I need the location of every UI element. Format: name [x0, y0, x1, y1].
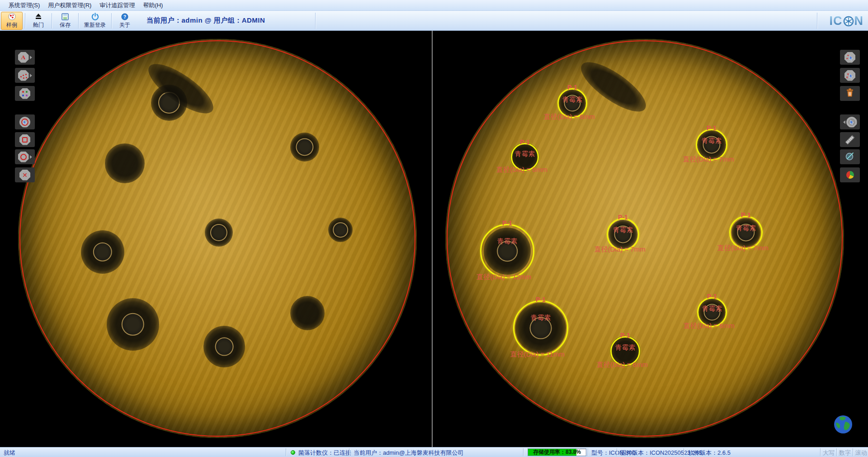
annotation-diameter: 直径(Dia) = 7mm	[594, 245, 646, 254]
measurement-annotation[interactable]: P-1青霉素直径(Dia) = 6mm	[697, 297, 727, 327]
caps-lock-indicator: 大写	[823, 449, 835, 457]
toolbar-divider	[315, 13, 316, 29]
toolbar-separator	[25, 13, 25, 29]
measurement-annotation[interactable]: P-1青霉素直径(Dia) = 6mm	[610, 336, 640, 366]
menu-item-2[interactable]: 审计追踪管理	[95, 0, 139, 10]
status-separator	[349, 448, 349, 456]
circle-region-icon	[18, 152, 29, 162]
draw-diameter-icon	[845, 152, 854, 162]
about-icon: ?	[121, 13, 128, 21]
tool-color-classify-button[interactable]	[15, 86, 35, 101]
measurement-annotation[interactable]: P-1青霉素直径(Dia) = 6mm	[557, 88, 587, 118]
measurement-annotation[interactable]: P-1青霉素直径(Dia) = 7mm	[696, 129, 727, 161]
measurement-annotation[interactable]: P-1青霉素直径(Dia) = 12mm	[480, 224, 534, 278]
annotation-drug: 青霉素	[513, 314, 568, 322]
square-region-icon	[19, 134, 30, 145]
toolbar-button-door[interactable]: 舱门	[28, 12, 49, 30]
eject-icon	[35, 13, 42, 21]
annotation-drug: 青霉素	[511, 150, 539, 158]
annotation-id: P-1	[729, 211, 763, 219]
measurement-annotation[interactable]: P-1青霉素直径(Dia) = 7mm	[607, 218, 639, 251]
status-device: 菌落计数仪：已连接	[298, 449, 351, 457]
storage-usage-gauge: 存储使用率：83.8%	[528, 448, 586, 456]
annotation-id: P-1	[480, 219, 534, 227]
toolbar-button-relogin[interactable]: 重新登录	[81, 12, 109, 30]
status-separator	[820, 448, 821, 456]
toolbar-divider	[817, 13, 817, 29]
status-bar: 就绪 菌落计数仪：已连接 当前用户：admin@上海磐麦科技有限公司 存储使用率…	[0, 447, 868, 457]
zone-circle	[513, 300, 568, 356]
menu-item-0[interactable]: 系统管理(S)	[5, 0, 44, 10]
annotation-id: P-1	[697, 293, 727, 300]
globe-icon[interactable]	[833, 414, 853, 436]
svg-text:x: x	[846, 76, 848, 79]
add-marker-icon: +++	[844, 52, 855, 63]
menu-bar: 系统管理(S)用户权限管理(R)审计追踪管理帮助(H)	[0, 0, 868, 11]
annotation-diameter: 直径(Dia) = 6mm	[684, 322, 735, 330]
measurement-annotation[interactable]: P-1青霉素直径(Dia) = 11mm	[513, 300, 568, 356]
annotation-diameter: 直径(Dia) = 11mm	[510, 350, 565, 359]
tool-square-region-button[interactable]	[15, 132, 35, 147]
status-separator	[836, 448, 837, 456]
toolbar-button-label: 关于	[119, 21, 130, 29]
annotation-diameter: 直径(Dia) = 6mm	[544, 113, 595, 121]
toolbar: 样例 舱门 保存 重新登录 ? 关于 当前用户：admin @ 用户组：ADMI…	[0, 11, 868, 31]
scroll-lock-indicator: 滚动	[855, 449, 867, 457]
measurement-annotation[interactable]: P-1青霉素直径(Dia) = 7mm	[729, 216, 763, 249]
tool-delete-region-button[interactable]: ✕	[15, 167, 35, 182]
annotation-id: P-1	[513, 296, 568, 303]
tool-remove-marker-button[interactable]: xx	[840, 68, 860, 83]
toolbar-separator	[52, 13, 52, 29]
annotation-diameter: 直径(Dia) = 6mm	[597, 361, 648, 369]
toolbar-button-save[interactable]: 保存	[54, 12, 76, 30]
measurement-annotation[interactable]: P-1青霉素直径(Dia) = 6mm	[511, 143, 539, 171]
toolbar-button-about[interactable]: ? 关于	[114, 12, 136, 30]
raw-image-panel[interactable]	[0, 31, 432, 447]
delete-x-icon: ✕	[19, 170, 30, 181]
menu-item-1[interactable]: 用户权限管理(R)	[44, 0, 95, 10]
tool-auto-detect-button[interactable]: A	[15, 50, 35, 65]
annotation-id: P-1	[607, 214, 639, 221]
tool-colony-detect-button[interactable]	[15, 68, 35, 83]
annotation-diameter: 直径(Dia) = 12mm	[476, 273, 531, 281]
annotation-drug: 青霉素	[607, 226, 639, 234]
logo-text: N	[854, 14, 864, 28]
tool-ruler-button[interactable]	[840, 132, 860, 147]
toolbar-button-label: 保存	[60, 21, 71, 29]
aperture-icon	[843, 16, 854, 27]
menu-item-3[interactable]: 帮助(H)	[139, 0, 167, 10]
chevron-right-icon	[30, 74, 32, 77]
svg-text:?: ?	[123, 14, 126, 19]
toolbar-separator	[78, 13, 79, 29]
tool-circle-region-button[interactable]	[15, 149, 35, 164]
tool-select-button[interactable]	[15, 114, 35, 129]
status-separator	[286, 448, 286, 456]
svg-text:+: +	[846, 57, 848, 60]
trash-icon	[846, 88, 854, 99]
tool-add-marker-button[interactable]: +++	[840, 50, 860, 65]
toolbar-separator	[111, 13, 112, 29]
annotation-diameter: 直径(Dia) = 7mm	[683, 155, 734, 164]
status-separator	[588, 448, 588, 456]
chevron-right-icon	[30, 56, 32, 59]
image-workspace: P-1青霉素直径(Dia) = 6mmP-1青霉素直径(Dia) = 6mmP-…	[0, 31, 868, 447]
toolbar-button-sample[interactable]: 样例	[1, 12, 23, 30]
tool-pointer-select-button[interactable]	[840, 114, 860, 129]
toolbar-button-label: 重新登录	[84, 21, 106, 29]
analyzed-image-panel[interactable]: P-1青霉素直径(Dia) = 6mmP-1青霉素直径(Dia) = 6mmP-…	[433, 31, 868, 447]
toolbar-button-label: 样例	[6, 21, 17, 29]
status-ready: 就绪	[4, 449, 15, 457]
status-separator	[853, 448, 853, 456]
status-separator	[523, 448, 524, 456]
chevron-left-icon	[843, 120, 845, 124]
tool-delete-button[interactable]	[840, 86, 860, 101]
storage-usage-label: 存储使用率：83.8%	[528, 449, 586, 456]
petri-dish-raw	[18, 39, 417, 438]
annotation-diameter: 直径(Dia) = 7mm	[717, 244, 769, 252]
status-separator	[684, 448, 684, 456]
pointer-select-icon	[846, 117, 857, 128]
annotation-diameter: 直径(Dia) = 6mm	[496, 166, 547, 174]
tool-statistics-button[interactable]	[840, 167, 860, 182]
logo-text: IC	[830, 14, 843, 28]
tool-draw-diameter-button[interactable]	[840, 149, 860, 164]
